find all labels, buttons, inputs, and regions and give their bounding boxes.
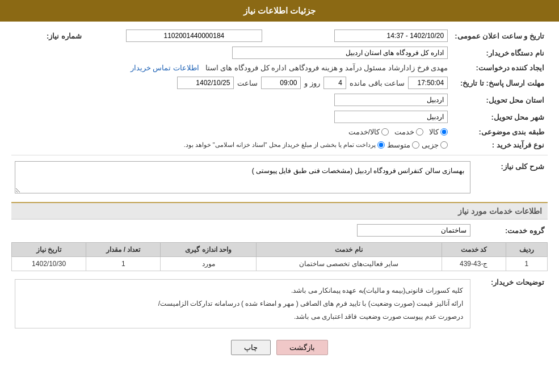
- creator-text: مهدی فرخ زادارشاد مسئول درآمد و هزینه فر…: [205, 64, 448, 72]
- announcement-id-value: [85, 27, 266, 44]
- contact-link[interactable]: اطلاعات تماس خریدار: [131, 64, 199, 72]
- days-input[interactable]: [323, 77, 346, 89]
- row-city: شهر محل تحویل:: [11, 108, 548, 125]
- page-wrapper: جزئیات اطلاعات نیاز تاریخ و ساعت اعلان ع…: [0, 0, 559, 392]
- deadline-date-input[interactable]: [177, 77, 234, 89]
- buyer-notes-content: کلیه کسورات قانونی(بیمه و مالیات)به عهده…: [15, 279, 470, 328]
- col-name: نام خدمت: [256, 243, 442, 257]
- creator-label: ایجاد کننده درخواست:: [451, 61, 548, 74]
- process-jozii-label[interactable]: جزیی: [422, 141, 448, 149]
- col-qty: تعداد / مقدار: [86, 243, 161, 257]
- need-desc-value: [11, 159, 474, 197]
- row-deadline: مهلت ارسال پاسخ: تا تاریخ: ساعت باقی مان…: [11, 74, 548, 91]
- print-button[interactable]: چاپ: [231, 340, 271, 355]
- buyer-org-input[interactable]: [232, 47, 448, 59]
- cell-qty: 1: [86, 257, 161, 271]
- announcement-id-input[interactable]: [126, 29, 262, 42]
- category-service-radio[interactable]: [416, 128, 423, 136]
- grid-header-row: ردیف کد خدمت نام خدمت واحد اندازه گیری ت…: [12, 243, 548, 257]
- services-grid: ردیف کد خدمت نام خدمت واحد اندازه گیری ت…: [11, 242, 548, 271]
- cell-name: سایر فعالیت‌های تخصصی ساختمان: [256, 257, 442, 271]
- category-kala-radio[interactable]: [440, 128, 448, 136]
- service-group-row: گروه خدمت:: [11, 222, 548, 239]
- time-input[interactable]: [261, 77, 301, 89]
- page-header: جزئیات اطلاعات نیاز: [0, 0, 559, 22]
- buyer-notes-label: توضیحات خریدار:: [474, 275, 548, 332]
- announcement-id-label: شماره نیاز:: [11, 27, 85, 44]
- province-label: استان محل تحویل:: [451, 91, 548, 108]
- category-options: کالا خدمت کالا/خدمت: [11, 125, 451, 138]
- buyer-notes-row: توضیحات خریدار: کلیه کسورات قانونی(بیمه …: [11, 275, 548, 332]
- city-label: شهر محل تحویل:: [451, 108, 548, 125]
- services-section-header: اطلاعات خدمات مورد نیاز: [11, 202, 548, 220]
- col-code: کد خدمت: [442, 243, 506, 257]
- city-value: [11, 108, 451, 125]
- buyer-notes-value: کلیه کسورات قانونی(بیمه و مالیات)به عهده…: [11, 275, 474, 332]
- process-motovaset-label[interactable]: متوسط: [387, 141, 419, 149]
- process-esnad-radio[interactable]: [377, 141, 385, 149]
- row-province: استان محل تحویل:: [11, 91, 548, 108]
- province-input[interactable]: [334, 94, 448, 106]
- remaining-input[interactable]: [408, 77, 448, 89]
- buyer-org-value: [11, 44, 451, 61]
- service-group-input[interactable]: [357, 224, 470, 237]
- datetime-label: تاریخ و ساعت اعلان عمومی:: [451, 27, 548, 44]
- content-area: تاریخ و ساعت اعلان عمومی: شماره نیاز: نا…: [0, 22, 559, 365]
- buyer-org-label: نام دستگاه خریدار:: [451, 44, 548, 61]
- process-esnad-text: پرداخت تمام یا بخشی از مبلغ خریداز محل "…: [184, 141, 376, 149]
- process-jozii-radio[interactable]: [440, 141, 448, 149]
- back-button[interactable]: بازگشت: [276, 340, 328, 355]
- process-jozii-text: جزیی: [422, 141, 439, 149]
- creator-value: مهدی فرخ زادارشاد مسئول درآمد و هزینه فر…: [11, 61, 451, 74]
- category-label: طبقه بندی موضوعی:: [451, 125, 548, 138]
- category-service-label[interactable]: خدمت: [394, 128, 423, 136]
- datetime-input[interactable]: [334, 29, 448, 42]
- table-row: 1 ج-43-439 سایر فعالیت‌های تخصصی ساختمان…: [12, 257, 548, 271]
- need-desc-row: شرح کلی نیاز:: [11, 159, 548, 197]
- row-creator: ایجاد کننده درخواست: مهدی فرخ زادارشاد م…: [11, 61, 548, 74]
- time-label: ساعت: [237, 79, 258, 87]
- category-kala-label[interactable]: کالا: [429, 128, 448, 136]
- process-label: نوع فرآیند خرید :: [451, 138, 548, 151]
- service-group-label: گروه خدمت:: [474, 222, 548, 239]
- need-desc-label: شرح کلی نیاز:: [474, 159, 548, 197]
- note-line3: درصورت عدم پیوست صورت وضعیت فاقد اعتباری…: [22, 310, 463, 323]
- grid-header: ردیف کد خدمت نام خدمت واحد اندازه گیری ت…: [12, 243, 548, 257]
- divider1: [11, 155, 548, 155]
- button-row: بازگشت چاپ: [11, 340, 548, 355]
- info-table: تاریخ و ساعت اعلان عمومی: شماره نیاز: نا…: [11, 27, 548, 151]
- row-category: طبقه بندی موضوعی: کالا خدمت: [11, 125, 548, 138]
- deadline-row: ساعت باقی مانده روز و ساعت: [11, 74, 451, 91]
- row-buyer-org: نام دستگاه خریدار:: [11, 44, 548, 61]
- cell-code: ج-43-439: [442, 257, 506, 271]
- process-motovaset-text: متوسط: [387, 141, 410, 149]
- service-group-table: گروه خدمت:: [11, 222, 548, 239]
- cell-row: 1: [506, 257, 547, 271]
- category-both-radio[interactable]: [381, 128, 389, 136]
- col-row: ردیف: [506, 243, 547, 257]
- grid-body: 1 ج-43-439 سایر فعالیت‌های تخصصی ساختمان…: [12, 257, 548, 271]
- col-unit: واحد اندازه گیری: [161, 243, 256, 257]
- row-process: نوع فرآیند خرید : جزیی متوسط: [11, 138, 548, 151]
- cell-date: 1402/10/30: [12, 257, 86, 271]
- need-desc-table: شرح کلی نیاز:: [11, 159, 548, 197]
- note-line1: کلیه کسورات قانونی(بیمه و مالیات)به عهده…: [22, 284, 463, 297]
- col-date: تاریخ نیاز: [12, 243, 86, 257]
- process-options: جزیی متوسط پرداخت تمام یا بخشی از مبلغ خ…: [11, 138, 451, 151]
- need-desc-textarea[interactable]: [15, 161, 470, 193]
- province-value: [11, 91, 451, 108]
- service-group-value: [11, 222, 474, 239]
- day-label: روز و: [304, 79, 320, 87]
- page-title: جزئیات اطلاعات نیاز: [243, 6, 316, 15]
- datetime-value: [300, 27, 451, 44]
- category-both-text: کالا/خدمت: [348, 128, 380, 136]
- buyer-notes-table: توضیحات خریدار: کلیه کسورات قانونی(بیمه …: [11, 275, 548, 332]
- process-esnad-label[interactable]: پرداخت تمام یا بخشی از مبلغ خریداز محل "…: [184, 141, 385, 149]
- process-motovaset-radio[interactable]: [412, 141, 419, 149]
- category-both-label[interactable]: کالا/خدمت: [348, 128, 389, 136]
- remaining-label: ساعت باقی مانده: [350, 79, 405, 87]
- category-kala-text: کالا: [429, 128, 439, 136]
- deadline-label: مهلت ارسال پاسخ: تا تاریخ:: [451, 74, 548, 91]
- city-input[interactable]: [334, 111, 448, 123]
- cell-unit: مورد: [161, 257, 256, 271]
